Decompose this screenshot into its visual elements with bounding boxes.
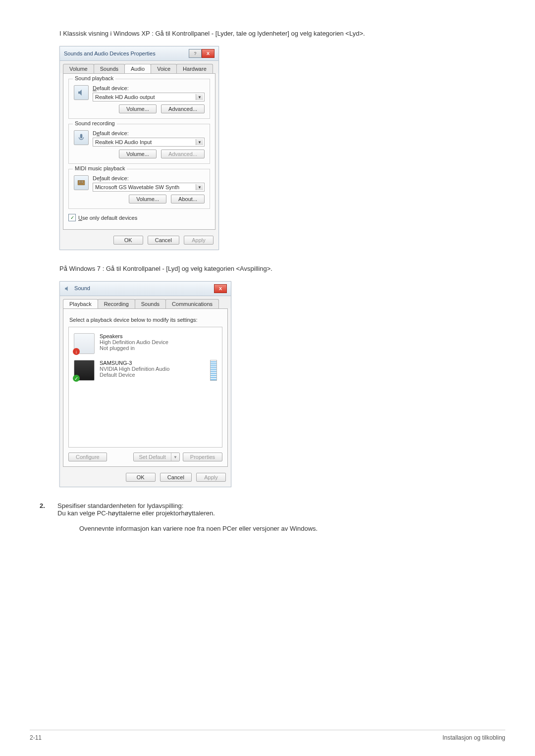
device-line3: Default Device [100, 372, 169, 378]
playback-device-combo[interactable]: Realtek HD Audio output ▼ [93, 93, 205, 101]
intro-text-win7: På Windows 7 : Gå til Kontrollpanel - [L… [59, 265, 505, 272]
page-footer: 2-11 Installasjon og tilkobling [30, 730, 505, 741]
chevron-down-icon: ▼ [196, 139, 203, 145]
chevron-down-icon: ▼ [196, 184, 203, 190]
default-devices-checkbox-row: ✓ Use only default devices [68, 214, 210, 221]
xp-dialog: Sounds and Audio Devices Properties ? X … [59, 46, 219, 250]
step-line1: Spesifiser standardenheten for lydavspil… [57, 502, 505, 509]
group-sound-recording: Sound recording Default device: Realtek … [68, 124, 210, 164]
midi-label: Default device: [93, 175, 205, 181]
win7-dialog: Sound X Playback Recording Sounds Commun… [59, 281, 231, 487]
midi-icon [74, 175, 89, 190]
set-default-button[interactable]: Set Default ▼ [133, 453, 179, 461]
win7-inner-buttons: Configure Set Default ▼ Properties [68, 453, 222, 461]
playback-volume-button[interactable]: Volume... [119, 104, 157, 113]
set-default-label: Set Default [134, 453, 170, 461]
default-badge-icon: ✓ [73, 375, 80, 382]
group-title-playback: Sound playback [73, 75, 115, 81]
win7-button-bar: OK Cancel Apply [60, 470, 231, 487]
device-line2: High Definition Audio Device [100, 339, 168, 345]
note-text: Ovennevnte informasjon kan variere noe f… [79, 525, 505, 532]
chevron-down-icon: ▼ [196, 94, 203, 100]
chevron-down-icon: ▼ [171, 453, 179, 461]
tab-communications[interactable]: Communications [165, 299, 219, 308]
step-2: 2. Spesifiser standardenheten for lydavs… [40, 502, 505, 517]
midi-volume-button[interactable]: Volume... [129, 195, 166, 203]
midi-device-value: Microsoft GS Wavetable SW Synth [95, 184, 179, 190]
recording-device-value: Realtek HD Audio Input [95, 139, 152, 145]
playback-label-text: efault device: [97, 85, 129, 91]
device-line3: Not plugged in [100, 345, 168, 351]
win7-tabstrip: Playback Recording Sounds Communications [60, 296, 231, 308]
page-number: 2-11 [30, 734, 42, 741]
tab-audio[interactable]: Audio [124, 64, 151, 73]
default-devices-label: Use only default devices [78, 215, 137, 221]
win7-title-wrap: Sound [64, 285, 90, 292]
recording-advanced-button[interactable]: Advanced... [161, 150, 205, 158]
help-button[interactable]: ? [189, 49, 202, 58]
intro-text-xp: I Klassisk visning i Windows XP : Gå til… [59, 30, 505, 37]
recording-volume-button[interactable]: Volume... [119, 150, 157, 158]
step-number: 2. [40, 502, 54, 517]
win7-tab-body: Select a playback device below to modify… [63, 308, 228, 467]
instruction-text: Select a playback device below to modify… [69, 317, 221, 323]
group-sound-playback: Sound playback Default device: Realtek H… [68, 79, 210, 119]
cancel-button[interactable]: Cancel [160, 473, 192, 482]
group-midi-playback: MIDI music playback Default device: Micr… [68, 169, 210, 209]
playback-device-value: Realtek HD Audio output [95, 94, 155, 100]
playback-advanced-button[interactable]: Advanced... [161, 104, 205, 113]
win7-title: Sound [74, 285, 90, 291]
volume-meter [210, 360, 217, 381]
close-button[interactable]: X [202, 49, 214, 58]
close-button[interactable]: X [214, 284, 227, 293]
recording-device-combo[interactable]: Realtek HD Audio Input ▼ [93, 138, 205, 147]
tab-sounds[interactable]: Sounds [135, 299, 166, 308]
device-item-samsung[interactable]: ✓ SAMSUNG-3 NVIDIA High Definition Audio… [72, 357, 219, 384]
speaker-icon [74, 85, 89, 100]
default-devices-checkbox[interactable]: ✓ [68, 214, 76, 221]
tab-volume[interactable]: Volume [63, 64, 94, 73]
midi-about-button[interactable]: About... [171, 195, 205, 203]
device-line2: NVIDIA High Definition Audio [100, 366, 169, 372]
tab-hardware[interactable]: Hardware [176, 64, 213, 73]
midi-device-combo[interactable]: Microsoft GS Wavetable SW Synth ▼ [93, 183, 205, 192]
section-title: Installasjon og tilkobling [442, 734, 505, 741]
monitor-icon: ✓ [74, 360, 95, 381]
cancel-button[interactable]: Cancel [148, 236, 179, 245]
tab-playback[interactable]: Playback [63, 299, 98, 308]
xp-button-bar: OK Cancel Apply [60, 233, 218, 250]
properties-button[interactable]: Properties [183, 453, 222, 461]
ok-button[interactable]: OK [126, 473, 156, 482]
apply-button[interactable]: Apply [196, 473, 226, 482]
group-title-midi: MIDI music playback [73, 165, 127, 171]
tab-sounds[interactable]: Sounds [94, 64, 125, 73]
step-line2: Du kan velge PC-høyttalerne eller projek… [57, 509, 505, 517]
playback-label: Default device: [93, 85, 205, 91]
unplugged-badge-icon: ↓ [73, 348, 80, 355]
device-name: SAMSUNG-3 [100, 360, 169, 366]
recording-label: Default device: [93, 130, 205, 136]
xp-titlebar: Sounds and Audio Devices Properties ? X [60, 47, 218, 61]
group-title-recording: Sound recording [73, 120, 117, 126]
speaker-icon: ↓ [74, 333, 95, 354]
xp-title: Sounds and Audio Devices Properties [64, 50, 156, 56]
tab-recording[interactable]: Recording [98, 299, 135, 308]
device-item-speakers[interactable]: ↓ Speakers High Definition Audio Device … [72, 330, 219, 357]
microphone-icon [74, 130, 89, 145]
xp-tabstrip: Volume Sounds Audio Voice Hardware [60, 61, 218, 73]
apply-button[interactable]: Apply [184, 236, 214, 245]
device-name: Speakers [100, 333, 168, 339]
tab-voice[interactable]: Voice [151, 64, 177, 73]
configure-button[interactable]: Configure [68, 453, 107, 461]
win7-titlebar: Sound X [60, 282, 231, 296]
xp-tab-body: Sound playback Default device: Realtek H… [63, 73, 215, 230]
device-list[interactable]: ↓ Speakers High Definition Audio Device … [68, 327, 222, 448]
sound-icon [64, 285, 71, 292]
ok-button[interactable]: OK [113, 236, 143, 245]
